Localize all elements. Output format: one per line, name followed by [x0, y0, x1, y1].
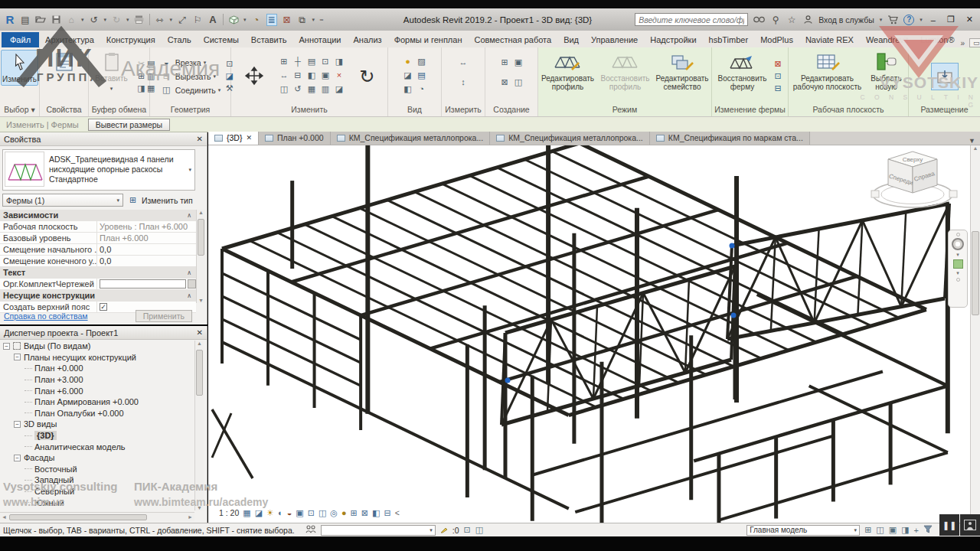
open-icon[interactable]	[35, 14, 46, 26]
default-3d-view-icon[interactable]	[228, 14, 239, 26]
cutaway-icon[interactable]: ◧	[401, 83, 414, 95]
edit-profile-button[interactable]: Редактировать профиль	[540, 50, 596, 92]
panel-truss-edit-label[interactable]: Изменение фермы	[712, 105, 788, 116]
display-dimensions-button[interactable]: Вывести размеры	[88, 119, 171, 131]
tree-item[interactable]: Южный	[0, 497, 194, 508]
canvas-vscrollbar[interactable]: ▲▼	[970, 145, 980, 523]
panel-measure-label[interactable]: Измерить	[442, 105, 485, 116]
status-toggle1-icon[interactable]: ⊡	[463, 525, 470, 535]
delete-icon[interactable]: ×	[332, 70, 345, 81]
ribbon-tab-16[interactable]: Weandrevit	[860, 32, 914, 47]
thin-lines-icon[interactable]: ≣	[266, 14, 277, 26]
help-icon[interactable]: ?	[903, 15, 914, 25]
match-icon[interactable]: ◨	[332, 56, 345, 67]
tree-item-label[interactable]: План Армирования +0.000	[34, 397, 139, 406]
view-tab-3[interactable]: КМ_Спецификация металлопрока...	[490, 132, 650, 145]
ribbon-tab-5[interactable]: Вставить	[245, 32, 293, 47]
ribbon-tab-4[interactable]: Системы	[198, 32, 245, 47]
design-options-dropdown[interactable]: Главная модель▾	[746, 525, 860, 536]
properties-close-icon[interactable]: ✕	[197, 135, 203, 143]
vcb-collapse-icon[interactable]: <	[395, 508, 400, 517]
tree-item[interactable]: План +6.000	[0, 385, 194, 396]
property-input[interactable]	[100, 279, 186, 289]
property-value[interactable]	[96, 279, 196, 289]
zoom-icon[interactable]	[953, 259, 963, 269]
property-row[interactable]: Базовый уровеньПлан +6.000	[0, 233, 196, 244]
crop-view-icon[interactable]: ▣	[296, 508, 303, 517]
view-tab-2[interactable]: КМ_Спецификация металлопрока...	[331, 132, 491, 145]
panel-mode-label[interactable]: Режим	[538, 105, 711, 116]
show-crop-icon[interactable]: ⊡	[308, 508, 315, 517]
camera-icon[interactable]: ◔	[415, 83, 428, 95]
properties-scrollbar[interactable]: ▲▼	[196, 210, 205, 303]
panel-view-label[interactable]: Вид	[388, 105, 441, 116]
canvas-vscrollbar-thumb[interactable]	[972, 231, 979, 315]
tree-item[interactable]: Западный	[0, 474, 194, 486]
panel-properties-label[interactable]: Свойства	[40, 105, 88, 116]
unpin-icon[interactable]: ▥	[318, 83, 332, 95]
tree-item[interactable]: −Планы несущих конструкций	[0, 352, 194, 364]
measure-dropdown-icon[interactable]: ▾	[170, 17, 173, 23]
measure-icon[interactable]: ⇿	[155, 14, 165, 26]
tree-item-label[interactable]: План Опалубки +0.000	[34, 409, 124, 418]
edit-workplane-button[interactable]: Редактировать рабочую плоскость	[791, 50, 864, 92]
tree-item[interactable]: −3D виды	[0, 419, 194, 430]
scale-icon[interactable]: ⊡	[318, 56, 332, 67]
remove-truss-family-icon[interactable]: ⊠	[772, 58, 785, 70]
type-dropdown-icon[interactable]: ▾	[188, 167, 193, 173]
project-browser-header[interactable]: Диспетчер проекта - Проект1 ✕	[0, 326, 207, 340]
join-row[interactable]: ◫Соединить▾	[160, 83, 220, 97]
ribbon-tab-10[interactable]: Вид	[557, 32, 585, 47]
linework-icon[interactable]: ◪	[401, 70, 414, 81]
section-collapse-icon[interactable]: ∧	[187, 292, 196, 299]
favorites-icon[interactable]: ☆	[786, 14, 797, 26]
apply-button[interactable]: Применить	[136, 310, 192, 322]
tree-item-label[interactable]: Аналитическая модель	[34, 442, 126, 452]
tree-expander-icon[interactable]: −	[14, 354, 21, 360]
property-row[interactable]: Орг.КомплектЧертежей	[0, 279, 196, 290]
parts-icon[interactable]: ▣	[512, 57, 525, 68]
tree-item[interactable]: Восточный	[0, 464, 194, 475]
zoom-dropdown-icon[interactable]: ▾	[956, 270, 959, 276]
group-icon[interactable]: ⊞	[498, 57, 511, 68]
ribbon-tab-2[interactable]: Конструкция	[100, 32, 162, 47]
editing-requests-count[interactable]: :0	[452, 526, 459, 535]
restore-truss-button[interactable]: Восстановить ферму	[716, 50, 769, 92]
offset-icon[interactable]: ↔	[277, 70, 290, 81]
ribbon-tab-1[interactable]: Архитектура	[39, 32, 100, 47]
tag-icon[interactable]: ⚐	[192, 14, 203, 26]
switch-windows-icon[interactable]: ⧉	[297, 14, 308, 26]
edit-family-button[interactable]: Редактировать семейство	[655, 50, 710, 92]
ribbon-tab-3[interactable]: Сталь	[162, 32, 198, 47]
view-tab-overflow-icon[interactable]: ▼	[964, 137, 980, 145]
tree-item-label[interactable]: Фасады	[24, 453, 54, 462]
properties-header[interactable]: Свойства ✕	[0, 132, 207, 146]
3d-view-dropdown-icon[interactable]: ▾	[243, 17, 247, 23]
wall-joins-icon[interactable]: ▥	[145, 70, 158, 82]
tree-expander-icon[interactable]: −	[14, 421, 21, 428]
minimize-button[interactable]: –	[928, 15, 939, 24]
editing-requests-icon[interactable]	[440, 526, 448, 535]
sync-dropdown-icon[interactable]: ▾	[81, 17, 84, 23]
paint-icon[interactable]: ▨	[415, 56, 428, 67]
load-family-button[interactable]	[931, 63, 959, 90]
select-pins-icon[interactable]: ▣	[889, 525, 897, 535]
move-big-icon[interactable]	[244, 66, 264, 87]
reveal-hidden-icon[interactable]: ●	[341, 508, 347, 517]
restore-profile-button[interactable]: Восстановить профиль	[598, 50, 652, 92]
hide-analytical-icon[interactable]: ⊠	[361, 508, 368, 517]
ribbon-state-icon[interactable]: ▭ ▾	[969, 38, 980, 47]
measure-angle-icon[interactable]: ↕	[457, 77, 470, 88]
join-icon[interactable]: ◪	[332, 83, 345, 95]
attach-top-chord-icon[interactable]: ⊡	[772, 70, 785, 82]
split-icon[interactable]: ◧	[305, 70, 318, 81]
property-value[interactable]: 0,0	[96, 256, 196, 266]
view-tab-0[interactable]: {3D}✕	[208, 132, 259, 145]
browser-vscrollbar[interactable]: ▲▼	[194, 341, 204, 510]
properties-help-link[interactable]: Справка по свойствам	[4, 311, 88, 321]
video-presenter-button[interactable]	[960, 514, 980, 536]
panel-clipboard-label[interactable]: Буфер обмена	[89, 105, 149, 116]
tree-item[interactable]: −Фасады	[0, 452, 194, 464]
worksets-icon[interactable]	[305, 525, 316, 535]
redo-icon[interactable]: ↻	[111, 14, 122, 26]
